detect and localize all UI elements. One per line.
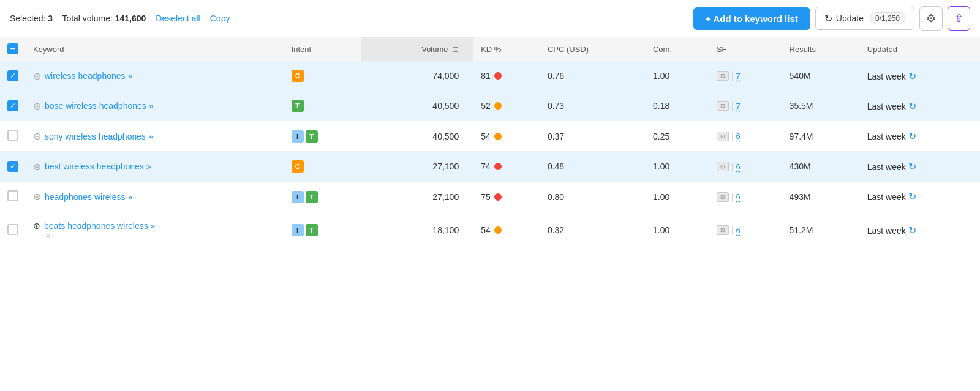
table-row: ✓ ⊕ best wireless headphones » C27,10074… — [0, 152, 980, 182]
intent-badge: C — [292, 160, 304, 173]
table-row: ✓ ⊕ bose wireless headphones » T40,50052… — [0, 91, 980, 121]
plus-icon: ⊕ — [33, 191, 41, 203]
keyword-link[interactable]: wireless headphones » — [45, 71, 132, 81]
keyword-link[interactable]: best wireless headphones » — [45, 162, 151, 171]
update-button[interactable]: ↻ Update 0/1,250 — [815, 7, 914, 30]
kd-dot — [494, 102, 502, 110]
kd-cell: 81 — [473, 61, 540, 91]
row-checkbox[interactable] — [7, 224, 18, 235]
sf-number[interactable]: 6 — [736, 132, 741, 141]
add-to-keyword-list-button[interactable]: + Add to keyword list — [693, 7, 810, 30]
sf-number[interactable]: 6 — [736, 192, 741, 201]
col-header-intent: Intent — [284, 37, 361, 61]
volume-cell: 27,100 — [361, 152, 473, 182]
kd-dot — [494, 133, 502, 140]
refresh-button[interactable]: ↻ — [908, 130, 916, 142]
update-badge: 0/1,250 — [870, 12, 905, 24]
kd-cell: 52 — [473, 91, 540, 121]
keyword-cell: ⊕ wireless headphones » — [33, 70, 277, 82]
updated-cell: Last week ↻ — [860, 91, 980, 121]
updated-cell: Last week ↻ — [860, 212, 980, 248]
update-icon: ↻ — [824, 13, 832, 24]
refresh-button[interactable]: ↻ — [908, 70, 916, 82]
sf-number[interactable]: 6 — [736, 226, 741, 235]
keyword-cell: ⊕ best wireless headphones » — [33, 161, 277, 173]
sf-cell: ⊡ | 6 — [709, 212, 782, 248]
sf-icon: ⊡ — [717, 101, 729, 111]
kd-cell: 54 — [473, 212, 540, 248]
row-checkbox[interactable] — [7, 130, 18, 141]
sf-number[interactable]: 6 — [736, 162, 741, 171]
sf-cell: ⊡ | 6 — [709, 121, 782, 152]
select-all-checkbox[interactable]: − — [7, 43, 18, 54]
intent-group: C — [292, 160, 354, 173]
com-cell: 1.00 — [646, 152, 709, 182]
updated-cell: Last week ↻ — [860, 182, 980, 212]
results-cell: 35.5M — [782, 91, 860, 121]
sf-number[interactable]: 7 — [736, 72, 741, 81]
sf-icon: ⊡ — [717, 162, 729, 171]
row-checkbox[interactable]: ✓ — [7, 100, 18, 111]
row-checkbox[interactable]: ✓ — [7, 161, 18, 172]
col-header-volume[interactable]: Volume ☰ — [361, 37, 473, 61]
results-cell: 51.2M — [782, 212, 860, 248]
copy-button[interactable]: Copy — [210, 13, 230, 23]
sort-icon: ☰ — [453, 46, 459, 53]
refresh-button[interactable]: ↻ — [908, 161, 916, 173]
kd-value: 52 — [481, 101, 502, 111]
intent-group: IT — [292, 224, 354, 236]
intent-badge: I — [292, 191, 304, 203]
col-header-com: Com. — [646, 37, 709, 61]
keyword-link[interactable]: headphones wireless » — [45, 192, 132, 202]
table-row: ⊕ sony wireless headphones » IT40,500540… — [0, 121, 980, 152]
selected-label: Selected: — [10, 13, 45, 23]
intent-badge: T — [306, 130, 318, 143]
results-cell: 493M — [782, 182, 860, 212]
results-cell: 430M — [782, 152, 860, 182]
refresh-button[interactable]: ↻ — [908, 191, 916, 203]
keyword-link[interactable]: bose wireless headphones » — [45, 101, 153, 111]
keyword-cell: ⊕ bose wireless headphones » — [33, 100, 277, 112]
sf-icon: ⊡ — [717, 192, 729, 202]
col-header-checkbox: − — [0, 37, 26, 61]
table-header-row: − Keyword Intent Volume ☰ KD % CPC (USD) — [0, 37, 980, 61]
refresh-button[interactable]: ↻ — [908, 225, 916, 236]
settings-button[interactable]: ⚙ — [919, 6, 943, 31]
kd-value: 74 — [481, 162, 502, 171]
updated-text: Last week — [867, 226, 906, 236]
intent-badge: T — [292, 100, 304, 112]
row-checkbox[interactable] — [7, 190, 18, 201]
export-icon: ⇧ — [954, 12, 963, 25]
selected-count: 3 — [48, 13, 53, 23]
sf-number[interactable]: 7 — [736, 102, 741, 111]
sf-icon: ⊡ — [717, 225, 729, 235]
toolbar-left: Selected: 3 Total volume: 141,600 Desele… — [10, 13, 686, 23]
updated-cell: Last week ↻ — [860, 152, 980, 182]
row-checkbox[interactable]: ✓ — [7, 70, 18, 81]
col-header-keyword: Keyword — [26, 37, 284, 61]
export-button[interactable]: ⇧ — [948, 6, 970, 31]
intent-group: T — [292, 100, 354, 112]
intent-badge: I — [292, 224, 304, 236]
refresh-button[interactable]: ↻ — [908, 100, 916, 112]
keyword-link[interactable]: sony wireless headphones » — [45, 132, 153, 141]
kd-value: 54 — [481, 132, 502, 141]
kd-dot — [494, 163, 502, 170]
col-header-cpc: CPC (USD) — [540, 37, 646, 61]
updated-text: Last week — [867, 162, 906, 172]
cpc-cell: 0.32 — [540, 212, 646, 248]
keyword-link[interactable]: beats headphones wireless » — [44, 221, 155, 231]
com-cell: 1.00 — [646, 182, 709, 212]
intent-group: IT — [292, 130, 354, 143]
kd-value: 54 — [481, 225, 502, 235]
cpc-cell: 0.73 — [540, 91, 646, 121]
com-cell: 0.25 — [646, 121, 709, 152]
sf-cell: ⊡ | 7 — [709, 91, 782, 121]
updated-cell: Last week ↻ — [860, 121, 980, 152]
total-volume: 141,600 — [115, 13, 146, 23]
com-cell: 0.18 — [646, 91, 709, 121]
volume-cell: 40,500 — [361, 91, 473, 121]
deselect-all-button[interactable]: Deselect all — [156, 13, 200, 23]
plus-icon: ⊕ — [33, 221, 40, 231]
cpc-cell: 0.76 — [540, 61, 646, 91]
